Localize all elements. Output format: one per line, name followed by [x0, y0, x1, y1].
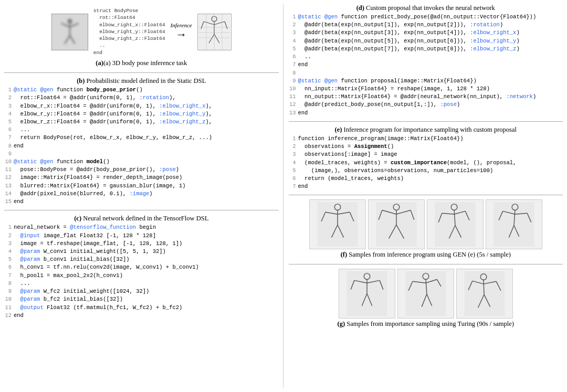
code-line: 1@static @gen function body_pose_prior() — [4, 86, 279, 94]
code-line: 8 ... — [4, 280, 279, 288]
sample-image-f1 — [309, 199, 366, 249]
section-f-title: (f) Samples from inference program using… — [289, 251, 563, 259]
code-line: 4 elbow_r_y::Float64 = @addr(uniform(0, … — [4, 110, 279, 118]
code-line: 15end — [4, 198, 279, 206]
code-line: 12 image::Matrix{Float64} = render_depth… — [4, 174, 279, 182]
code-line: 8end — [4, 142, 279, 150]
section-e: (e) Inference program for importance sam… — [289, 126, 563, 191]
code-line: 5 elbow_r_z::Float64 = @addr(uniform(0, … — [4, 118, 279, 126]
sample-image-g2 — [397, 269, 454, 319]
section-c-code: 1neural_network = @tensorflow_function b… — [4, 224, 279, 320]
code-line: 3 elbow_r_x::Float64 = @addr(uniform(0, … — [4, 102, 279, 110]
svg-point-1 — [67, 18, 72, 24]
code-line: 7end — [289, 61, 563, 69]
section-g-title: (g) Samples from importance sampling usi… — [289, 320, 563, 328]
section-d-title: (d) Custom proposal that invokes the neu… — [289, 4, 563, 12]
section-f: (f) Samples from inference program using… — [289, 199, 563, 260]
code-line: 2 observations = Assignment() — [289, 143, 563, 151]
code-line: 12 @addr(predict_body_pose(nn_output[1,:… — [289, 101, 563, 109]
section-b-title: (b) Probabilistic model defined in the S… — [4, 77, 279, 85]
divider-ab — [4, 72, 279, 73]
code-line: 11 pose::BodyPose = @addr(body_pose_prio… — [4, 166, 279, 174]
sample-image-f3 — [427, 199, 484, 249]
samples-grid-f — [289, 199, 563, 249]
sample-image-g3 — [456, 269, 513, 319]
code-line: 6 return (model_traces, weights) — [289, 175, 563, 183]
right-arrow: → — [175, 28, 187, 41]
divider-bc — [4, 210, 279, 210]
code-line: 10 @param b_fc2 initial_bias([32]) — [4, 295, 279, 303]
input-image — [51, 14, 88, 50]
code-line: 4 @param W_conv1 initial_weight([5, 5, 1… — [4, 248, 279, 256]
section-a: struct BodyPose rot::Float64 elbow_right… — [4, 4, 279, 68]
code-line: 4 (model_traces, weights) = custom_impor… — [289, 159, 563, 167]
code-line: 5 @addr(beta(exp(nn_output[7]), exp(nn_o… — [289, 45, 563, 53]
arrow-section: struct BodyPose rot::Float64 elbow_right… — [93, 7, 165, 56]
struct-box: struct BodyPose rot::Float64 elbow_right… — [93, 7, 165, 56]
sample-image-f4 — [486, 199, 542, 249]
left-column: struct BodyPose rot::Float64 elbow_right… — [4, 4, 284, 388]
code-line: 10@static @gen function model() — [4, 158, 279, 166]
section-c: (c) Neural network defined in the Tensor… — [4, 215, 279, 320]
code-line: 12end — [4, 312, 279, 320]
code-line: 6 ... — [4, 126, 279, 134]
code-line: 7 return BodyPose(rot, elbow_r_x, elbow_… — [4, 134, 279, 142]
code-line: 13 blurred::Matrix{Float64} = gaussian_b… — [4, 182, 279, 190]
code-line: 3 @addr(beta(exp(nn_output[3]), exp(nn_o… — [289, 29, 563, 37]
sample-image-f2 — [368, 199, 425, 249]
code-line: 4 @addr(beta(exp(nn_output[5]), exp(nn_o… — [289, 37, 563, 45]
code-line: 3 image = tf.reshape(image_flat, [-1, 12… — [4, 240, 279, 248]
divider-ef — [289, 195, 563, 195]
section-b: (b) Probabilistic model defined in the S… — [4, 77, 279, 206]
code-line: 8 — [289, 69, 563, 77]
output-wireframe — [197, 14, 232, 50]
code-line: 6 h_conv1 = tf.nn.relu(conv2d(image, W_c… — [4, 263, 279, 271]
code-line: 7end — [289, 183, 563, 190]
code-line: 11 @output Float32 (tf.matmul(h_fc1, W_f… — [4, 304, 279, 312]
code-line: 9 — [4, 150, 279, 158]
svg-rect-76 — [464, 271, 505, 316]
code-line: 2 rot::Float64 = @addr(uniform(0, 1), :r… — [4, 94, 279, 102]
section-e-code: 1function inference_program(image::Matri… — [289, 135, 563, 191]
section-e-title: (e) Inference program for importance sam… — [289, 126, 563, 134]
section-b-code: 1@static @gen function body_pose_prior()… — [4, 86, 279, 206]
code-line: 2 @input image_flat Float32 [-1, 128 * 1… — [4, 232, 279, 240]
section-a-title: (a)(a) 3D body pose inference task — [4, 59, 279, 67]
code-line: 6 .. — [289, 53, 563, 61]
code-line: 1@static @gen function predict_body_pose… — [289, 13, 563, 21]
sample-image-g1 — [339, 269, 395, 319]
svg-rect-67 — [405, 271, 446, 316]
main-container: struct BodyPose rot::Float64 elbow_right… — [0, 0, 567, 392]
code-line: 3 observations[:image] = image — [289, 151, 563, 158]
code-line: 9@static @gen function proposal(image::M… — [289, 77, 563, 85]
inference-diagram: struct BodyPose rot::Float64 elbow_right… — [4, 4, 279, 59]
code-line: 5 (image,), observations=observations, n… — [289, 167, 563, 175]
code-line: 1function inference_program(image::Matri… — [289, 135, 563, 143]
section-g: (g) Samples from importance sampling usi… — [289, 269, 563, 329]
code-line: 7 h_pool1 = max_pool_2x2(h_conv1) — [4, 272, 279, 280]
code-line: 9 @param W_fc2 initial_weight([1024, 32]… — [4, 288, 279, 295]
svg-line-78 — [484, 280, 484, 295]
right-column: (d) Custom proposal that invokes the neu… — [288, 4, 563, 388]
code-line: 5 @param b_conv1 initial_bias([32]) — [4, 256, 279, 263]
code-line: 10 nn_input::Matrix{Float64} = reshape(i… — [289, 85, 563, 93]
code-line: 11 nn_output::Matrix{Float64} = @addr(ne… — [289, 93, 563, 101]
divider-fg — [289, 264, 563, 264]
divider-de — [289, 121, 563, 122]
code-line: 2 @addr(beta(exp(nn_output[1]), exp(nn_o… — [289, 21, 563, 29]
section-c-title: (c) Neural network defined in the Tensor… — [4, 215, 279, 223]
section-d: (d) Custom proposal that invokes the neu… — [289, 4, 563, 117]
inference-arrow: Inference → — [171, 22, 192, 41]
samples-grid-g — [289, 269, 563, 319]
section-d-code: 1@static @gen function predict_body_pose… — [289, 13, 563, 117]
code-line: 14 @addr(pixel_noise(blurred, 0.1), :ima… — [4, 190, 279, 198]
code-line: 1neural_network = @tensorflow_function b… — [4, 224, 279, 231]
code-line: 13end — [289, 109, 563, 117]
